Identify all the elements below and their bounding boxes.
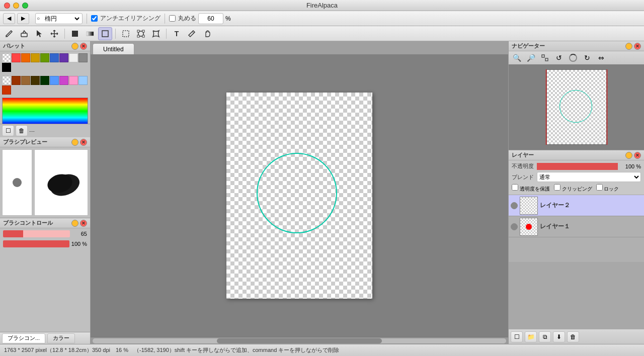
crop-tool[interactable] (119, 27, 133, 40)
duplicate-layer-btn[interactable]: ⧉ (539, 331, 551, 342)
select-tool[interactable] (32, 27, 46, 40)
antialias-checkbox[interactable] (91, 15, 98, 22)
minimize-button[interactable] (13, 3, 19, 9)
keep-opacity-checkbox[interactable] (512, 184, 518, 191)
pencil-tool[interactable] (2, 27, 16, 40)
lock-checkbox[interactable] (596, 184, 603, 191)
navigator-close[interactable]: ✕ (634, 43, 641, 50)
palette-minimize[interactable] (71, 43, 78, 50)
canvas-tab-bar: Untitled (91, 41, 508, 54)
color-swatch[interactable] (2, 85, 11, 95)
hue-bar[interactable] (2, 98, 88, 124)
navigator-minimize[interactable] (625, 43, 632, 50)
round-value-input[interactable]: 60 (198, 13, 223, 24)
color-swatch[interactable] (21, 53, 30, 62)
color-swatch[interactable] (12, 53, 21, 62)
color-swatch[interactable] (78, 53, 88, 62)
opacity-slider[interactable] (3, 240, 69, 247)
rotate-ccw-btn[interactable]: ↺ (553, 52, 565, 63)
color-tab[interactable]: カラー (47, 333, 75, 343)
percent-label: % (225, 15, 231, 22)
transparent-swatch2[interactable] (2, 76, 11, 85)
warp-tool[interactable] (149, 27, 163, 40)
layers-minimize[interactable] (625, 152, 632, 159)
new-layer-btn[interactable]: ☐ (2, 125, 14, 136)
layer-thumb-bg (520, 197, 537, 214)
window-controls[interactable] (4, 3, 28, 9)
size-slider[interactable] (3, 230, 70, 237)
color-swatch[interactable] (59, 53, 68, 62)
prev-button[interactable]: ◀ (3, 13, 15, 24)
zoom-in-btn[interactable]: 🔍 (511, 52, 523, 63)
antialias-label[interactable]: アンチエイリアシング (91, 14, 160, 23)
layer-item[interactable]: レイヤー２ (509, 195, 644, 216)
color-swatch[interactable] (2, 63, 11, 72)
color-swatch[interactable] (12, 76, 21, 85)
palette-close[interactable]: ✕ (80, 43, 87, 50)
color-swatch[interactable] (59, 76, 68, 85)
shape-icon: ○ (37, 16, 40, 21)
opacity-slider[interactable] (537, 163, 618, 170)
color-swatch[interactable] (69, 76, 78, 85)
canvas-viewport[interactable] (91, 54, 508, 337)
gradient-tool[interactable] (83, 27, 97, 40)
nav-buttons[interactable]: ◀ ▶ (3, 13, 29, 24)
brush-control-close[interactable]: ✕ (80, 220, 87, 227)
canvas-tab[interactable]: Untitled (93, 43, 134, 54)
delete-layer-btn[interactable]: 🗑 (567, 331, 579, 342)
layers-close[interactable]: ✕ (634, 152, 641, 159)
new-group-btn[interactable]: 📁 (525, 331, 537, 342)
fill-rect-tool[interactable] (68, 27, 82, 40)
blend-select[interactable]: 通常 乗算 スクリーン (537, 172, 641, 182)
brush-control-header: ブラシコントロール ✕ (0, 218, 90, 228)
next-button[interactable]: ▶ (17, 13, 29, 24)
lock-label[interactable]: ロック (596, 184, 619, 193)
color-swatch[interactable] (40, 53, 49, 62)
clipping-label[interactable]: クリッピング (554, 184, 592, 193)
clipping-checkbox[interactable] (554, 184, 560, 191)
color-swatch[interactable] (40, 76, 49, 85)
color-swatch[interactable] (78, 76, 88, 85)
title-bar: FireAlpaca (0, 0, 644, 11)
close-button[interactable] (4, 3, 10, 9)
round-checkbox[interactable] (169, 15, 176, 22)
move-tool[interactable] (47, 27, 61, 40)
round-label[interactable]: 丸める (169, 14, 196, 23)
color-swatch[interactable] (21, 76, 30, 85)
brush-control-tab[interactable]: ブラシコン... (2, 333, 45, 343)
transform-tool[interactable] (134, 27, 148, 40)
text-tool[interactable]: T (170, 27, 184, 40)
merge-layer-btn[interactable]: ⬇ (553, 331, 565, 342)
drawn-circle (257, 153, 337, 233)
rotate-settings-btn[interactable] (567, 52, 579, 63)
fit-btn[interactable] (539, 52, 551, 63)
rotate-cw-btn[interactable]: ↻ (581, 52, 593, 63)
transparent-swatch[interactable] (2, 53, 11, 62)
eraser-tool[interactable] (17, 27, 31, 40)
color-swatch[interactable] (31, 76, 40, 85)
brush-preview-minimize[interactable] (71, 139, 78, 146)
hand-tool[interactable] (200, 27, 214, 40)
delete-layer-btn[interactable]: 🗑 (16, 125, 28, 136)
brush-dot (13, 178, 22, 187)
zoom-out-btn[interactable]: 🔎 (525, 52, 537, 63)
color-swatch[interactable] (69, 53, 78, 62)
keep-opacity-label[interactable]: 透明度を保護 (512, 184, 550, 193)
layer-item[interactable]: レイヤー１ (509, 216, 644, 237)
color-swatch[interactable] (31, 53, 40, 62)
new-layer-btn[interactable]: ☐ (511, 331, 523, 342)
color-swatch[interactable] (50, 53, 59, 62)
maximize-button[interactable] (22, 3, 28, 9)
scrollbar-thumb[interactable] (217, 338, 382, 343)
scrollbar-track[interactable] (93, 338, 506, 343)
eyedropper-tool[interactable] (185, 27, 199, 40)
canvas-scrollbar[interactable] (91, 337, 508, 344)
flip-btn[interactable]: ⇔ (595, 52, 607, 63)
layer-visibility[interactable] (511, 202, 518, 209)
shape-rect-tool[interactable] (98, 27, 112, 40)
color-swatch[interactable] (50, 76, 59, 85)
shape-select[interactable]: 楕円 矩形 (41, 13, 81, 24)
brush-control-minimize[interactable] (71, 220, 78, 227)
layer-visibility[interactable] (511, 223, 518, 230)
brush-preview-close[interactable]: ✕ (80, 139, 87, 146)
